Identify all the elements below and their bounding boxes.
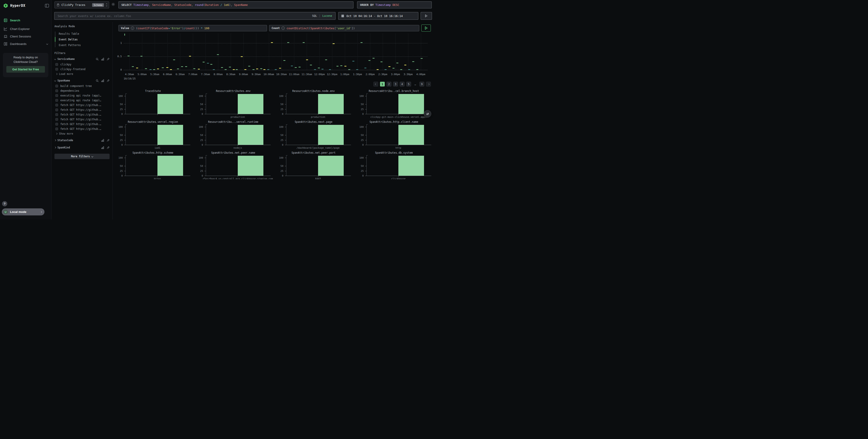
- date-range-picker[interactable]: Oct 10 04:16:14 - Oct 10 16:16:14: [338, 12, 418, 20]
- local-mode-button[interactable]: U Local mode: [2, 208, 44, 215]
- filter-option[interactable]: executing api route (app)…: [55, 93, 110, 98]
- data-mark: [189, 56, 191, 57]
- info-icon[interactable]: i: [131, 27, 134, 30]
- select-clause-input[interactable]: SELECT Timestamp, ServiceName, StatusCod…: [118, 1, 353, 8]
- gear-icon[interactable]: [111, 2, 115, 6]
- run-query-button[interactable]: [421, 25, 431, 32]
- value-expression-input[interactable]: Value i (countIf(StatusCode='Error')/cou…: [118, 25, 267, 31]
- filter-option[interactable]: executing api route (app)…: [55, 98, 110, 103]
- checkbox[interactable]: [55, 99, 58, 102]
- mini-chart-title: SpanAttributes.next.page: [273, 120, 354, 123]
- checkbox[interactable]: [55, 63, 58, 66]
- pin-icon[interactable]: [106, 139, 110, 142]
- filter-option[interactable]: build component tree: [55, 84, 110, 88]
- more-filters-button[interactable]: More filters: [55, 154, 110, 159]
- analysis-mode-event-patterns[interactable]: Event Patterns: [55, 42, 110, 48]
- bars-icon[interactable]: [101, 146, 104, 149]
- chart-settings-fab[interactable]: [424, 110, 431, 118]
- checkbox[interactable]: [55, 127, 58, 130]
- sidebar-item-client-sessions[interactable]: Client Sessions: [0, 33, 52, 40]
- pagination-prev[interactable]: [373, 82, 378, 86]
- sidebar-item-search[interactable]: Search: [0, 17, 52, 24]
- pagination-page-5[interactable]: 5: [406, 82, 411, 86]
- source-name: ClickPy Traces: [61, 3, 90, 7]
- y-tick: [365, 127, 366, 127]
- analysis-mode-results-table[interactable]: Results Table: [55, 31, 110, 36]
- filter-option[interactable]: fetch GET https://github.…: [55, 122, 110, 126]
- promo-line2: ClickHouse Cloud?: [3, 60, 48, 64]
- filter-option-label: fetch GET https://github.…: [60, 104, 101, 107]
- checkbox[interactable]: [55, 104, 58, 107]
- mode-lucene[interactable]: Lucene: [322, 14, 332, 18]
- bars-icon[interactable]: [101, 139, 104, 142]
- search-icon[interactable]: [96, 79, 99, 82]
- filter-option[interactable]: fetch GET https://github.…: [55, 117, 110, 122]
- source-select[interactable]: ClickPy Traces Schema: [55, 1, 109, 8]
- count-expression-input[interactable]: Count i countDistinct(SpanAttributes['us…: [269, 25, 419, 31]
- filter-option[interactable]: fetch GET https://github.…: [55, 112, 110, 117]
- filter-group-header[interactable]: SpanKind: [55, 145, 110, 150]
- mini-chart-title: SpanAttributes.http.scheme: [113, 151, 193, 154]
- filter-option[interactable]: fetch GET https://github.…: [55, 126, 110, 131]
- sidebar-item-dashboards[interactable]: Dashboards: [0, 40, 52, 47]
- help-button[interactable]: ?: [2, 201, 7, 206]
- data-mark: [356, 69, 358, 70]
- checkbox[interactable]: [55, 109, 58, 111]
- y-tick-label: 0: [273, 174, 283, 177]
- y-tick: [205, 166, 206, 166]
- load-more-button[interactable]: Load more: [55, 71, 110, 76]
- bars-icon[interactable]: [101, 79, 104, 82]
- filter-group-header[interactable]: SpanName: [55, 78, 110, 84]
- pin-icon[interactable]: [106, 79, 110, 82]
- mini-chart-resourceattribu-vercel-runtime: ResourceAttribu...vercel.runtime10050250…: [193, 120, 273, 151]
- y-tick: [205, 114, 206, 114]
- pagination-page-4[interactable]: 4: [400, 82, 404, 86]
- sidebar-collapse-icon[interactable]: [45, 4, 49, 7]
- chevron-left-icon: [375, 83, 377, 85]
- search-input[interactable]: [58, 14, 312, 18]
- bars-icon[interactable]: [101, 58, 104, 61]
- info-icon[interactable]: i: [282, 27, 285, 30]
- y-tick: [124, 158, 125, 158]
- filter-option[interactable]: dependencies: [55, 88, 110, 93]
- data-mark: [352, 61, 354, 61]
- filter-group-name: SpanName: [57, 79, 94, 82]
- y-tick: [124, 104, 125, 105]
- pagination-page-9[interactable]: 9: [420, 82, 424, 86]
- data-mark: [361, 42, 363, 43]
- query-language-toggle[interactable]: SQL | Lucene: [312, 14, 332, 18]
- pagination-page-3[interactable]: 3: [393, 82, 398, 86]
- filter-option[interactable]: fetch GET https://github.…: [55, 103, 110, 107]
- order-by-input[interactable]: ORDER BY Timestamp DESC: [357, 1, 432, 8]
- search-icon[interactable]: [96, 58, 99, 61]
- checkbox[interactable]: [55, 113, 58, 116]
- filter-group-header[interactable]: StatusCode: [55, 137, 110, 143]
- x-tick-label: 8:00am: [214, 73, 223, 76]
- filter-option[interactable]: clickpy-frontend: [55, 67, 110, 71]
- sidebar-item-chart-explorer[interactable]: Chart Explorer: [0, 25, 52, 32]
- mini-chart-title: SpanAttributes.net.peer.port: [273, 151, 354, 154]
- filter-option[interactable]: fetch GET https://github.…: [55, 107, 110, 112]
- checkbox[interactable]: [55, 85, 58, 87]
- y-tick-label: 25: [193, 170, 203, 172]
- filter-group-header[interactable]: ServiceName: [55, 56, 110, 62]
- checkbox[interactable]: [55, 123, 58, 125]
- x-tick-label: 5:00am: [138, 73, 147, 76]
- checkbox[interactable]: [55, 89, 58, 92]
- show-more-button[interactable]: Show more: [55, 131, 110, 136]
- checkbox[interactable]: [55, 94, 58, 97]
- pin-icon[interactable]: [106, 146, 110, 149]
- checkbox[interactable]: [55, 118, 58, 121]
- get-started-button[interactable]: Get Started for Free: [6, 66, 45, 72]
- data-mark: [368, 60, 370, 61]
- value-expression: (countIf(StatusCode='Error')/count()) * …: [136, 27, 209, 30]
- pagination-next[interactable]: [426, 82, 431, 86]
- pin-icon[interactable]: [106, 58, 110, 61]
- pagination-page-1[interactable]: 1: [380, 82, 385, 86]
- pagination-page-2[interactable]: 2: [386, 82, 391, 86]
- mode-sql[interactable]: SQL: [312, 14, 317, 18]
- checkbox[interactable]: [55, 68, 58, 70]
- analysis-mode-event-deltas[interactable]: Event Deltas: [55, 36, 110, 42]
- search-run-button[interactable]: [421, 12, 432, 20]
- filter-option[interactable]: clickpy: [55, 62, 110, 67]
